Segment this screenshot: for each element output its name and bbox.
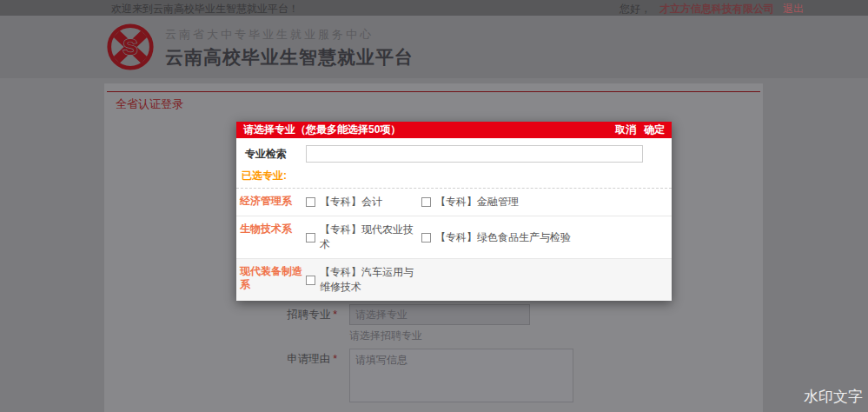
department-name: 生物技术系 [240, 223, 306, 252]
form-row-major: 招聘专业* [104, 304, 337, 325]
department-row: 生物技术系 【专科】现代农业技术 【专科】绿色食品生产与检验 [236, 216, 672, 258]
search-label: 专业检索 [245, 147, 306, 162]
watermark-text: 水印文字 [804, 387, 863, 407]
major-checkbox[interactable] [306, 276, 315, 285]
org-name: 云南省大中专毕业生就业服务中心 [165, 27, 414, 43]
logo-letter: S [123, 34, 137, 60]
major-option[interactable]: 【专科】会计 [306, 195, 421, 209]
major-option[interactable]: 【专科】汽车运用与维修技术 [306, 265, 421, 295]
greeting-prefix: 您好， [620, 2, 651, 17]
field-label: 招聘专业 [287, 309, 330, 321]
major-option[interactable]: 【专科】现代农业技术 [306, 223, 421, 252]
selected-majors-label: 已选专业: [242, 169, 663, 183]
dialog-header: 请选择专业（您最多能选择50项） 取消 确定 [236, 122, 672, 138]
major-checkbox[interactable] [421, 233, 431, 243]
major-label: 【专科】会计 [320, 195, 382, 209]
major-search-input[interactable] [306, 145, 643, 163]
platform-name: 云南高校毕业生智慧就业平台 [165, 45, 414, 70]
company-name: 才立方信息科技有限公司 [659, 2, 774, 17]
major-checkbox[interactable] [421, 197, 431, 207]
major-checkbox[interactable] [306, 233, 315, 243]
cancel-button[interactable]: 取消 [615, 123, 636, 137]
required-mark: * [333, 353, 337, 365]
department-row: 现代装备制造系 【专科】汽车运用与维修技术 [236, 258, 672, 301]
confirm-button[interactable]: 确定 [644, 123, 665, 137]
department-name: 经济管理系 [240, 195, 306, 209]
required-mark: * [333, 309, 337, 321]
platform-logo-icon: S [106, 23, 155, 71]
major-option[interactable]: 【专科】金融管理 [421, 195, 519, 209]
major-checkbox[interactable] [306, 197, 315, 207]
apply-reason-field[interactable] [349, 349, 573, 402]
section-divider [107, 91, 760, 92]
major-helper-text: 请选择招聘专业 [349, 329, 422, 343]
recruit-major-field[interactable] [349, 304, 530, 325]
field-label: 申请理由 [287, 353, 330, 365]
major-select-dialog: 请选择专业（您最多能选择50项） 取消 确定 专业检索 已选专业: 经济管理系 … [236, 122, 672, 301]
dialog-title: 请选择专业（您最多能选择50项） [243, 123, 607, 137]
department-row: 经济管理系 【专科】会计 【专科】金融管理 [236, 188, 672, 216]
major-label: 【专科】汽车运用与维修技术 [320, 265, 421, 295]
major-search-row: 专业检索 [236, 138, 672, 166]
logout-link[interactable]: 退出 [783, 2, 804, 17]
major-label: 【专科】绿色食品生产与检验 [435, 230, 571, 245]
major-label: 【专科】现代农业技术 [320, 223, 421, 252]
welcome-text: 欢迎来到云南高校毕业生智慧就业平台！ [111, 2, 299, 17]
page-title: 全省认证登录 [116, 96, 183, 112]
top-bar: 欢迎来到云南高校毕业生智慧就业平台！ 您好， 才立方信息科技有限公司 退出 [0, 0, 868, 16]
form-row-reason: 申请理由* [104, 349, 337, 369]
department-name: 现代装备制造系 [240, 265, 306, 295]
site-header: S 云南省大中专毕业生就业服务中心 云南高校毕业生智慧就业平台 [0, 16, 868, 78]
major-option[interactable]: 【专科】绿色食品生产与检验 [421, 223, 571, 252]
major-label: 【专科】金融管理 [435, 195, 519, 209]
